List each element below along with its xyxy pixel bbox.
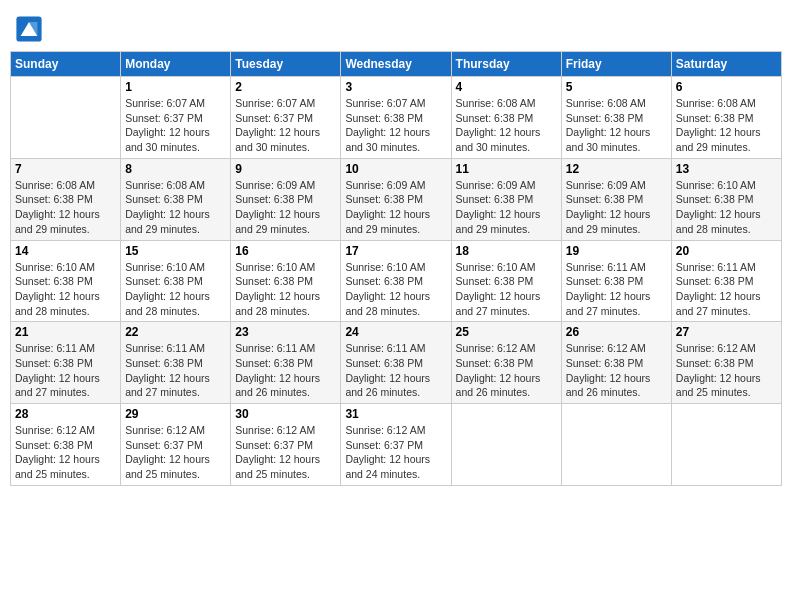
calendar-cell <box>561 404 671 486</box>
header-sunday: Sunday <box>11 52 121 77</box>
calendar-cell: 14Sunrise: 6:10 AM Sunset: 6:38 PM Dayli… <box>11 240 121 322</box>
calendar-week-row: 21Sunrise: 6:11 AM Sunset: 6:38 PM Dayli… <box>11 322 782 404</box>
day-info: Sunrise: 6:07 AM Sunset: 6:37 PM Dayligh… <box>235 96 336 155</box>
day-info: Sunrise: 6:12 AM Sunset: 6:37 PM Dayligh… <box>125 423 226 482</box>
day-info: Sunrise: 6:09 AM Sunset: 6:38 PM Dayligh… <box>456 178 557 237</box>
day-number: 29 <box>125 407 226 421</box>
day-number: 15 <box>125 244 226 258</box>
calendar-cell: 7Sunrise: 6:08 AM Sunset: 6:38 PM Daylig… <box>11 158 121 240</box>
day-number: 30 <box>235 407 336 421</box>
day-info: Sunrise: 6:08 AM Sunset: 6:38 PM Dayligh… <box>566 96 667 155</box>
calendar-cell: 11Sunrise: 6:09 AM Sunset: 6:38 PM Dayli… <box>451 158 561 240</box>
day-number: 5 <box>566 80 667 94</box>
calendar-cell: 3Sunrise: 6:07 AM Sunset: 6:38 PM Daylig… <box>341 77 451 159</box>
day-number: 8 <box>125 162 226 176</box>
calendar-cell: 21Sunrise: 6:11 AM Sunset: 6:38 PM Dayli… <box>11 322 121 404</box>
calendar-cell: 30Sunrise: 6:12 AM Sunset: 6:37 PM Dayli… <box>231 404 341 486</box>
calendar-cell <box>11 77 121 159</box>
day-number: 7 <box>15 162 116 176</box>
day-info: Sunrise: 6:11 AM Sunset: 6:38 PM Dayligh… <box>676 260 777 319</box>
day-number: 17 <box>345 244 446 258</box>
calendar-cell: 10Sunrise: 6:09 AM Sunset: 6:38 PM Dayli… <box>341 158 451 240</box>
day-info: Sunrise: 6:12 AM Sunset: 6:38 PM Dayligh… <box>676 341 777 400</box>
calendar-cell: 19Sunrise: 6:11 AM Sunset: 6:38 PM Dayli… <box>561 240 671 322</box>
logo-icon <box>15 15 43 43</box>
day-info: Sunrise: 6:08 AM Sunset: 6:38 PM Dayligh… <box>456 96 557 155</box>
day-number: 19 <box>566 244 667 258</box>
day-number: 25 <box>456 325 557 339</box>
day-number: 26 <box>566 325 667 339</box>
calendar-cell: 4Sunrise: 6:08 AM Sunset: 6:38 PM Daylig… <box>451 77 561 159</box>
day-info: Sunrise: 6:09 AM Sunset: 6:38 PM Dayligh… <box>566 178 667 237</box>
calendar-cell: 28Sunrise: 6:12 AM Sunset: 6:38 PM Dayli… <box>11 404 121 486</box>
day-info: Sunrise: 6:10 AM Sunset: 6:38 PM Dayligh… <box>235 260 336 319</box>
day-number: 24 <box>345 325 446 339</box>
day-info: Sunrise: 6:10 AM Sunset: 6:38 PM Dayligh… <box>345 260 446 319</box>
day-info: Sunrise: 6:07 AM Sunset: 6:37 PM Dayligh… <box>125 96 226 155</box>
header-monday: Monday <box>121 52 231 77</box>
day-number: 12 <box>566 162 667 176</box>
logo <box>15 15 47 43</box>
day-number: 22 <box>125 325 226 339</box>
calendar-cell: 2Sunrise: 6:07 AM Sunset: 6:37 PM Daylig… <box>231 77 341 159</box>
calendar-cell: 26Sunrise: 6:12 AM Sunset: 6:38 PM Dayli… <box>561 322 671 404</box>
calendar-cell: 27Sunrise: 6:12 AM Sunset: 6:38 PM Dayli… <box>671 322 781 404</box>
calendar-cell <box>451 404 561 486</box>
day-number: 9 <box>235 162 336 176</box>
day-number: 16 <box>235 244 336 258</box>
calendar-cell: 23Sunrise: 6:11 AM Sunset: 6:38 PM Dayli… <box>231 322 341 404</box>
calendar-cell: 17Sunrise: 6:10 AM Sunset: 6:38 PM Dayli… <box>341 240 451 322</box>
calendar-table: SundayMondayTuesdayWednesdayThursdayFrid… <box>10 51 782 486</box>
calendar-cell: 31Sunrise: 6:12 AM Sunset: 6:37 PM Dayli… <box>341 404 451 486</box>
day-info: Sunrise: 6:12 AM Sunset: 6:37 PM Dayligh… <box>345 423 446 482</box>
day-number: 1 <box>125 80 226 94</box>
calendar-cell: 5Sunrise: 6:08 AM Sunset: 6:38 PM Daylig… <box>561 77 671 159</box>
calendar-week-row: 14Sunrise: 6:10 AM Sunset: 6:38 PM Dayli… <box>11 240 782 322</box>
day-number: 21 <box>15 325 116 339</box>
day-number: 23 <box>235 325 336 339</box>
day-number: 3 <box>345 80 446 94</box>
day-info: Sunrise: 6:12 AM Sunset: 6:38 PM Dayligh… <box>15 423 116 482</box>
calendar-cell: 24Sunrise: 6:11 AM Sunset: 6:38 PM Dayli… <box>341 322 451 404</box>
calendar-cell: 16Sunrise: 6:10 AM Sunset: 6:38 PM Dayli… <box>231 240 341 322</box>
header-saturday: Saturday <box>671 52 781 77</box>
calendar-cell: 20Sunrise: 6:11 AM Sunset: 6:38 PM Dayli… <box>671 240 781 322</box>
day-info: Sunrise: 6:11 AM Sunset: 6:38 PM Dayligh… <box>566 260 667 319</box>
calendar-cell <box>671 404 781 486</box>
calendar-cell: 25Sunrise: 6:12 AM Sunset: 6:38 PM Dayli… <box>451 322 561 404</box>
calendar-week-row: 7Sunrise: 6:08 AM Sunset: 6:38 PM Daylig… <box>11 158 782 240</box>
calendar-cell: 15Sunrise: 6:10 AM Sunset: 6:38 PM Dayli… <box>121 240 231 322</box>
day-info: Sunrise: 6:11 AM Sunset: 6:38 PM Dayligh… <box>235 341 336 400</box>
day-number: 31 <box>345 407 446 421</box>
day-info: Sunrise: 6:07 AM Sunset: 6:38 PM Dayligh… <box>345 96 446 155</box>
calendar-week-row: 1Sunrise: 6:07 AM Sunset: 6:37 PM Daylig… <box>11 77 782 159</box>
calendar-cell: 29Sunrise: 6:12 AM Sunset: 6:37 PM Dayli… <box>121 404 231 486</box>
day-number: 20 <box>676 244 777 258</box>
day-info: Sunrise: 6:10 AM Sunset: 6:38 PM Dayligh… <box>456 260 557 319</box>
calendar-cell: 22Sunrise: 6:11 AM Sunset: 6:38 PM Dayli… <box>121 322 231 404</box>
day-info: Sunrise: 6:11 AM Sunset: 6:38 PM Dayligh… <box>15 341 116 400</box>
day-number: 2 <box>235 80 336 94</box>
calendar-cell: 8Sunrise: 6:08 AM Sunset: 6:38 PM Daylig… <box>121 158 231 240</box>
calendar-cell: 1Sunrise: 6:07 AM Sunset: 6:37 PM Daylig… <box>121 77 231 159</box>
day-info: Sunrise: 6:12 AM Sunset: 6:38 PM Dayligh… <box>456 341 557 400</box>
calendar-cell: 9Sunrise: 6:09 AM Sunset: 6:38 PM Daylig… <box>231 158 341 240</box>
day-number: 13 <box>676 162 777 176</box>
day-number: 27 <box>676 325 777 339</box>
calendar-week-row: 28Sunrise: 6:12 AM Sunset: 6:38 PM Dayli… <box>11 404 782 486</box>
calendar-cell: 13Sunrise: 6:10 AM Sunset: 6:38 PM Dayli… <box>671 158 781 240</box>
day-info: Sunrise: 6:10 AM Sunset: 6:38 PM Dayligh… <box>15 260 116 319</box>
calendar-header-row: SundayMondayTuesdayWednesdayThursdayFrid… <box>11 52 782 77</box>
day-info: Sunrise: 6:12 AM Sunset: 6:37 PM Dayligh… <box>235 423 336 482</box>
day-info: Sunrise: 6:10 AM Sunset: 6:38 PM Dayligh… <box>125 260 226 319</box>
header-thursday: Thursday <box>451 52 561 77</box>
day-number: 18 <box>456 244 557 258</box>
calendar-cell: 18Sunrise: 6:10 AM Sunset: 6:38 PM Dayli… <box>451 240 561 322</box>
day-number: 28 <box>15 407 116 421</box>
day-number: 6 <box>676 80 777 94</box>
day-number: 4 <box>456 80 557 94</box>
day-info: Sunrise: 6:12 AM Sunset: 6:38 PM Dayligh… <box>566 341 667 400</box>
day-info: Sunrise: 6:08 AM Sunset: 6:38 PM Dayligh… <box>676 96 777 155</box>
day-number: 14 <box>15 244 116 258</box>
header-friday: Friday <box>561 52 671 77</box>
